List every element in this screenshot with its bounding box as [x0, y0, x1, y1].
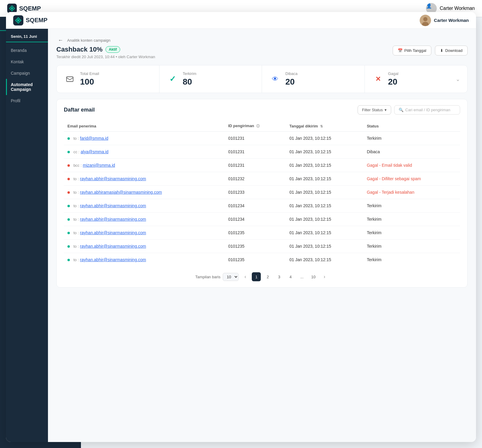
- id-cell-0: 0101231: [225, 132, 286, 145]
- tanggal-sort-icon[interactable]: ⇅: [320, 124, 323, 128]
- email-search-placeholder: Cari email / ID pengiriman: [405, 108, 450, 112]
- email-search-icon: 🔍: [399, 108, 403, 112]
- date-cell-4: 01 Jan 2023, 10:12:15: [286, 186, 363, 199]
- email-list-filters: Filter Status ▾ 🔍 Cari email / ID pengir…: [358, 105, 460, 115]
- foreground-card: SQEMP Carter Workman Senin, 11 Juni Bera…: [6, 12, 476, 442]
- title-row: Cashback 10% Aktif: [56, 46, 155, 53]
- email-link[interactable]: rayhan.abhir@sinarmasmining.com: [80, 176, 146, 181]
- bg-username: Carter Workman: [440, 6, 475, 11]
- email-prefix: to :: [73, 258, 79, 262]
- email-list-header: Daftar email Filter Status ▾ 🔍 Cari emai…: [64, 105, 460, 115]
- email-link[interactable]: rayhan.abhir@sinarmasmining.com: [80, 244, 146, 249]
- date-cell-2: 01 Jan 2023, 10:12:15: [286, 159, 363, 172]
- email-cell-3: to : rayhan.abhir@sinarmasmining.com: [64, 172, 225, 186]
- table-row: to : farid@smma.id 010123101 Jan 2023, 1…: [64, 132, 460, 145]
- date-cell-0: 01 Jan 2023, 10:12:15: [286, 132, 363, 145]
- fg-user: Carter Workman: [420, 15, 469, 26]
- pagination-page-2[interactable]: 2: [263, 272, 272, 281]
- fg-sidebar-item-automated-campaign[interactable]: Automated Campaign: [6, 79, 48, 95]
- email-link[interactable]: mizani@smma.id: [83, 163, 115, 168]
- email-filter-status-button[interactable]: Filter Status ▾: [358, 105, 391, 115]
- email-prefix: to :: [73, 136, 79, 141]
- header-actions: 📅 Pilih Tanggal ⬇ Download: [393, 46, 468, 55]
- id-pengiriman-info-icon[interactable]: ⓘ: [256, 124, 260, 128]
- email-link[interactable]: farid@smma.id: [80, 136, 108, 141]
- stat-total-email: Total Email 100: [57, 65, 159, 93]
- date-cell-7: 01 Jan 2023, 10:12:15: [286, 226, 363, 240]
- status-cell-4: Gagal - Terjadi kesalahan: [363, 186, 460, 199]
- status-badge: Aktif: [106, 46, 120, 53]
- email-table: Email penerima ID pengiriman ⓘ Tanggal d…: [64, 121, 460, 266]
- stat-gagal-info: Gagal 20: [388, 71, 452, 87]
- pagination-next-button[interactable]: ›: [320, 273, 329, 281]
- status-cell-3: Gagal - Difilter sebagai spam: [363, 172, 460, 186]
- fg-sidebar-item-kontak[interactable]: Kontak: [6, 56, 48, 67]
- download-button[interactable]: ⬇ Download: [435, 46, 468, 55]
- status-dot: [67, 191, 70, 194]
- svg-point-5: [423, 17, 427, 21]
- pagination-page-10[interactable]: 10: [309, 272, 318, 281]
- status-dot: [67, 259, 70, 261]
- stat-total-info: Total Email 100: [80, 71, 152, 87]
- email-cell-9: to : rayhan.abhir@sinarmasmining.com: [64, 253, 225, 267]
- fg-logo-icon: [13, 15, 23, 25]
- date-cell-1: 01 Jan 2023, 10:12:15: [286, 145, 363, 159]
- pagination-page-4[interactable]: 4: [286, 272, 295, 281]
- table-body: to : farid@smma.id 010123101 Jan 2023, 1…: [64, 132, 460, 267]
- email-link[interactable]: rayhan.abhir@sinarmasmining.com: [80, 230, 146, 235]
- pick-date-button[interactable]: 📅 Pilih Tanggal: [393, 46, 431, 55]
- pagination-prev-button[interactable]: ‹: [241, 273, 249, 281]
- download-label: Download: [445, 48, 463, 53]
- email-link[interactable]: rayhan.abhir@sinarmasmining.com: [80, 217, 146, 222]
- filter-chevron-icon: ▾: [385, 108, 387, 112]
- id-cell-7: 0101235: [225, 226, 286, 240]
- pagination-page-3[interactable]: 3: [275, 272, 284, 281]
- fg-main: ← Analitik konten campaign Cashback 10% …: [48, 29, 476, 442]
- stat-gagal-expand[interactable]: ⌄: [456, 76, 460, 82]
- email-search-box[interactable]: 🔍 Cari email / ID pengiriman: [394, 105, 460, 115]
- back-button[interactable]: ←: [56, 36, 65, 44]
- email-link[interactable]: alya@smma.id: [81, 149, 109, 154]
- table-head: Email penerima ID pengiriman ⓘ Tanggal d…: [64, 121, 460, 132]
- status-dot: [67, 164, 70, 167]
- email-prefix: to :: [73, 231, 79, 235]
- id-cell-8: 0101235: [225, 240, 286, 253]
- email-cell-7: to : rayhan.abhir@sinarmasmining.com: [64, 226, 225, 240]
- pagination-page-1[interactable]: 1: [252, 272, 261, 281]
- breadcrumb-text: Analitik konten campaign: [67, 38, 111, 43]
- status-cell-5: Terkirim: [363, 199, 460, 213]
- fg-sidebar-item-campaign[interactable]: Campaign: [6, 67, 48, 79]
- status-cell-8: Terkirim: [363, 240, 460, 253]
- table-row: to : rayhan.abhir@sinarmasmining.com 010…: [64, 172, 460, 186]
- table-row: to : rayhan.abhir@sinarmasmining.com 010…: [64, 240, 460, 253]
- stats-row: Total Email 100 ✓ Terkirim 80 👁 D: [56, 65, 468, 93]
- email-prefix: to :: [73, 204, 79, 208]
- fg-avatar: [420, 15, 431, 26]
- id-cell-4: 0101233: [225, 186, 286, 199]
- email-cell-8: to : rayhan.abhir@sinarmasmining.com: [64, 240, 225, 253]
- pagination-ellipsis: ...: [297, 272, 306, 281]
- pagination-rows-select[interactable]: 10 25 50: [223, 273, 239, 281]
- col-email-penerima: Email penerima: [64, 121, 225, 132]
- email-link[interactable]: rayhan.abhiramasjah@sinarmasmining.com: [80, 190, 162, 195]
- download-icon: ⬇: [440, 48, 443, 53]
- email-cell-0: to : farid@smma.id: [64, 132, 225, 145]
- fg-sidebar-item-profil[interactable]: Profil: [6, 95, 48, 106]
- col-status: Status: [363, 121, 460, 132]
- stat-terkirim-info: Terkirim 80: [183, 71, 255, 87]
- fg-sidebar-item-beranda[interactable]: Beranda: [6, 45, 48, 56]
- col-tanggal-dikirim: Tanggal dikirim ⇅: [286, 121, 363, 132]
- status-dot: [67, 178, 70, 180]
- date-cell-5: 01 Jan 2023, 10:12:15: [286, 199, 363, 213]
- stat-terkirim-value: 80: [183, 77, 255, 87]
- id-cell-2: 0101231: [225, 159, 286, 172]
- email-link[interactable]: rayhan.abhir@sinarmasmining.com: [80, 257, 146, 262]
- status-dot: [67, 137, 70, 140]
- stat-terkirim-label: Terkirim: [183, 71, 255, 76]
- table-row: bcc : mizani@smma.id 010123101 Jan 2023,…: [64, 159, 460, 172]
- email-prefix: bcc :: [73, 163, 82, 168]
- status-cell-0: Terkirim: [363, 132, 460, 145]
- status-cell-1: Dibaca: [363, 145, 460, 159]
- stat-terkirim: ✓ Terkirim 80: [159, 65, 262, 93]
- email-link[interactable]: rayhan.abhir@sinarmasmining.com: [80, 203, 146, 208]
